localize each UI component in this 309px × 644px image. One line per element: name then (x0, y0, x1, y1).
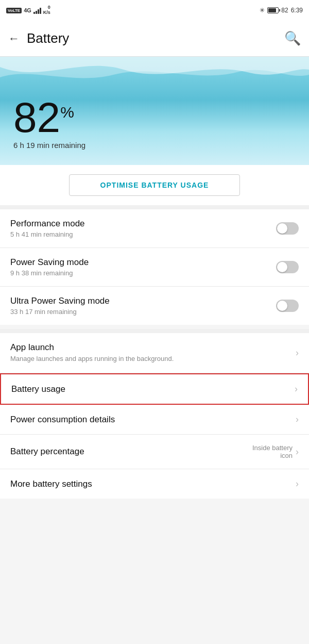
performance-mode-toggle[interactable] (276, 222, 299, 235)
power-saving-title: Power Saving mode (10, 257, 89, 268)
page-title: Battery (27, 30, 69, 46)
optimise-section: OPTIMISE BATTERY USAGE (0, 165, 309, 209)
ultra-power-title: Ultra Power Saving mode (10, 296, 110, 306)
battery-banner: 82% 6 h 19 min remaining (0, 57, 309, 165)
battery-percent-value: 82% (13, 94, 74, 141)
power-saving-left: Power Saving mode 9 h 38 min remaining (10, 257, 89, 277)
power-saving-subtitle: 9 h 38 min remaining (10, 269, 89, 277)
app-launch-subtitle: Manage launches and apps running in the … (10, 354, 174, 364)
search-icon[interactable]: 🔍 (284, 30, 301, 46)
power-consumption-left: Power consumption details (10, 415, 115, 425)
percent-sign: % (60, 104, 74, 121)
header-left: ← Battery (8, 30, 69, 46)
battery-usage-chevron: › (295, 384, 298, 394)
performance-mode-left: Performance mode 5 h 41 min remaining (10, 219, 85, 238)
battery-fill (268, 8, 276, 12)
status-right: ✳ 82 6:39 (260, 7, 303, 14)
battery-percentage-display: 82% (13, 96, 309, 139)
ultra-power-left: Ultra Power Saving mode 33 h 17 min rema… (10, 296, 110, 316)
battery-status-percent: 82 (281, 7, 288, 14)
battery-usage-title: Battery usage (11, 384, 65, 394)
app-launch-item[interactable]: App launch Manage launches and apps runn… (0, 333, 309, 373)
app-launch-left: App launch Manage launches and apps runn… (10, 342, 174, 364)
battery-percentage-left: Battery percentage (10, 447, 84, 457)
optimise-battery-button[interactable]: OPTIMISE BATTERY USAGE (69, 174, 241, 196)
power-saving-toggle[interactable] (276, 261, 299, 273)
more-battery-settings-item[interactable]: More battery settings › (0, 469, 309, 499)
battery-status-icon (267, 7, 279, 13)
status-left: VoLTE 4G 0K/s (6, 5, 50, 15)
time-display: 6:39 (291, 7, 303, 14)
bluetooth-icon: ✳ (260, 7, 265, 14)
battery-usage-left: Battery usage (11, 384, 65, 394)
app-launch-title: App launch (10, 342, 174, 353)
battery-percentage-chevron: › (296, 447, 299, 457)
power-consumption-title: Power consumption details (10, 415, 115, 425)
mode-settings-section: Performance mode 5 h 41 min remaining Po… (0, 209, 309, 325)
battery-percentage-item[interactable]: Battery percentage Inside batteryicon › (0, 435, 309, 469)
signal-4g: 4G (24, 7, 31, 13)
power-consumption-chevron: › (296, 414, 299, 425)
performance-mode-title: Performance mode (10, 219, 85, 229)
more-battery-left: More battery settings (10, 479, 92, 489)
menu-items-section: App launch Manage launches and apps runn… (0, 333, 309, 499)
ultra-power-subtitle: 33 h 17 min remaining (10, 308, 110, 316)
bar2 (36, 11, 37, 14)
bar1 (33, 12, 35, 14)
battery-remaining-text: 6 h 19 min remaining (13, 141, 309, 150)
more-battery-title: More battery settings (10, 479, 92, 489)
performance-mode-subtitle: 5 h 41 min remaining (10, 230, 85, 238)
battery-percentage-right: Inside batteryicon › (252, 444, 299, 459)
battery-usage-item[interactable]: Battery usage › (0, 373, 309, 405)
more-battery-chevron: › (296, 478, 299, 489)
power-consumption-item[interactable]: Power consumption details › (0, 405, 309, 435)
ultra-power-saving-item[interactable]: Ultra Power Saving mode 33 h 17 min rema… (0, 287, 309, 325)
ultra-power-knob (277, 301, 287, 311)
power-saving-knob (277, 262, 287, 272)
bar4 (40, 8, 41, 14)
data-speed: 0K/s (43, 5, 50, 15)
volte-badge: VoLTE (6, 8, 22, 13)
header: ← Battery 🔍 (0, 21, 309, 57)
battery-percentage-value: Inside batteryicon (252, 444, 293, 459)
back-button[interactable]: ← (8, 32, 20, 45)
status-bar: VoLTE 4G 0K/s ✳ 82 6:39 (0, 0, 309, 21)
ultra-power-toggle[interactable] (276, 300, 299, 312)
battery-percentage-title: Battery percentage (10, 447, 84, 457)
wave-decoration (0, 57, 309, 98)
performance-mode-item[interactable]: Performance mode 5 h 41 min remaining (0, 209, 309, 248)
app-launch-chevron: › (296, 348, 299, 358)
power-saving-mode-item[interactable]: Power Saving mode 9 h 38 min remaining (0, 248, 309, 287)
signal-bars (33, 7, 41, 14)
performance-mode-knob (277, 223, 287, 234)
section-divider-1 (0, 329, 309, 333)
bar3 (38, 9, 39, 14)
